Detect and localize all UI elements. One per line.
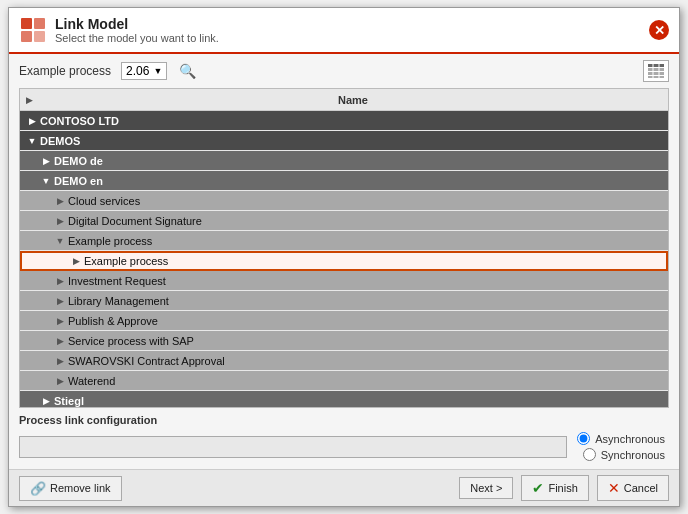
row-label-swarovski: SWAROVSKI Contract Approval [68, 355, 668, 367]
row-label-investment-request: Investment Request [68, 275, 668, 287]
table-view-icon[interactable] [643, 60, 669, 82]
tree-header: ▶ Name [20, 89, 668, 111]
expand-icon-cloud-services[interactable]: ▶ [52, 193, 68, 209]
version-value: 2.06 [126, 64, 149, 78]
svg-rect-3 [34, 31, 45, 42]
expand-icon-service-sap[interactable]: ▶ [52, 333, 68, 349]
cancel-x-icon: ✕ [608, 480, 620, 496]
process-label: Example process [19, 64, 111, 78]
row-label-example-process-item: Example process [84, 255, 666, 267]
tree-row-library-management[interactable]: ▶Library Management [20, 291, 668, 311]
tree-row-example-process-item[interactable]: ▶Example process [20, 251, 668, 271]
row-label-library-management: Library Management [68, 295, 668, 307]
toolbar-right [643, 60, 669, 82]
next-label: Next > [470, 482, 502, 494]
expand-icon-stiegl[interactable]: ▶ [38, 393, 54, 408]
title-left: Link Model Select the model you want to … [19, 16, 219, 44]
row-label-stiegl: Stiegl [54, 395, 668, 407]
svg-rect-6 [648, 64, 664, 67]
cancel-button[interactable]: ✕ Cancel [597, 475, 669, 501]
bottom-section: Process link configuration Asynchronous … [9, 408, 679, 469]
expand-icon-swarovski[interactable]: ▶ [52, 353, 68, 369]
link-model-icon [19, 16, 47, 44]
expand-icon-publish-approve[interactable]: ▶ [52, 313, 68, 329]
title-text-block: Link Model Select the model you want to … [55, 16, 219, 44]
tree-header-expand-icon[interactable]: ▶ [20, 89, 38, 111]
svg-rect-1 [34, 18, 45, 29]
tree-row-demo-de[interactable]: ▶DEMO de [20, 151, 668, 171]
sync-radio[interactable] [583, 448, 596, 461]
remove-link-label: Remove link [50, 482, 111, 494]
toolbar: Example process 2.06 ▼ 🔍 [9, 54, 679, 88]
expand-icon-investment-request[interactable]: ▶ [52, 273, 68, 289]
svg-rect-7 [648, 68, 664, 71]
expand-icon-demo-de[interactable]: ▶ [38, 153, 54, 169]
process-link-input[interactable] [19, 436, 567, 458]
expand-icon-contoso[interactable]: ▶ [24, 113, 40, 129]
svg-rect-8 [648, 72, 664, 75]
tree-content[interactable]: ▶CONTOSO LTD▼DEMOS▶DEMO de▼DEMO en▶Cloud… [20, 111, 668, 407]
svg-rect-2 [21, 31, 32, 42]
dialog-title: Link Model [55, 16, 219, 32]
expand-icon-library-management[interactable]: ▶ [52, 293, 68, 309]
footer: 🔗 Remove link Next > ✔ Finish ✕ Cancel [9, 469, 679, 506]
radio-group: Asynchronous Synchronous [577, 432, 665, 461]
row-label-cloud-services: Cloud services [68, 195, 668, 207]
expand-icon-example-process-item[interactable]: ▶ [68, 253, 84, 269]
cancel-label: Cancel [624, 482, 658, 494]
tree-row-investment-request[interactable]: ▶Investment Request [20, 271, 668, 291]
tree-row-waterend[interactable]: ▶Waterend [20, 371, 668, 391]
async-radio[interactable] [577, 432, 590, 445]
row-label-service-sap: Service process with SAP [68, 335, 668, 347]
close-button[interactable]: ✕ [649, 20, 669, 40]
version-dropdown[interactable]: 2.06 ▼ [121, 62, 167, 80]
tree-area: ▶ Name ▶CONTOSO LTD▼DEMOS▶DEMO de▼DEMO e… [19, 88, 669, 408]
tree-row-demos[interactable]: ▼DEMOS [20, 131, 668, 151]
tree-row-publish-approve[interactable]: ▶Publish & Approve [20, 311, 668, 331]
process-link-label: Process link configuration [19, 414, 669, 426]
expand-icon-digital-doc[interactable]: ▶ [52, 213, 68, 229]
row-label-digital-doc: Digital Document Signature [68, 215, 668, 227]
process-link-row: Asynchronous Synchronous [19, 432, 669, 461]
finish-check-icon: ✔ [532, 480, 544, 496]
tree-col-name: Name [38, 94, 668, 106]
async-label: Asynchronous [595, 433, 665, 445]
sync-radio-row: Synchronous [583, 448, 665, 461]
svg-rect-0 [21, 18, 32, 29]
expand-icon-demos[interactable]: ▼ [24, 133, 40, 149]
row-label-contoso: CONTOSO LTD [40, 115, 668, 127]
finish-button[interactable]: ✔ Finish [521, 475, 588, 501]
row-label-example-process-group: Example process [68, 235, 668, 247]
next-button[interactable]: Next > [459, 477, 513, 499]
tree-row-digital-doc[interactable]: ▶Digital Document Signature [20, 211, 668, 231]
sync-label: Synchronous [601, 449, 665, 461]
tree-row-demo-en[interactable]: ▼DEMO en [20, 171, 668, 191]
link-model-dialog: Link Model Select the model you want to … [8, 7, 680, 507]
tree-row-swarovski[interactable]: ▶SWAROVSKI Contract Approval [20, 351, 668, 371]
dialog-subtitle: Select the model you want to link. [55, 32, 219, 44]
row-label-demo-en: DEMO en [54, 175, 668, 187]
remove-link-icon: 🔗 [30, 481, 46, 496]
async-radio-row: Asynchronous [577, 432, 665, 445]
expand-icon-waterend[interactable]: ▶ [52, 373, 68, 389]
tree-row-stiegl[interactable]: ▶Stiegl [20, 391, 668, 407]
row-label-publish-approve: Publish & Approve [68, 315, 668, 327]
grid-icon [648, 64, 664, 78]
version-arrow-icon: ▼ [153, 66, 162, 76]
expand-icon-example-process-group[interactable]: ▼ [52, 233, 68, 249]
title-bar: Link Model Select the model you want to … [9, 8, 679, 54]
row-label-demos: DEMOS [40, 135, 668, 147]
tree-row-contoso[interactable]: ▶CONTOSO LTD [20, 111, 668, 131]
finish-label: Finish [548, 482, 577, 494]
expand-icon-demo-en[interactable]: ▼ [38, 173, 54, 189]
row-label-demo-de: DEMO de [54, 155, 668, 167]
svg-rect-9 [648, 76, 664, 78]
search-icon[interactable]: 🔍 [177, 61, 197, 81]
tree-row-service-sap[interactable]: ▶Service process with SAP [20, 331, 668, 351]
row-label-waterend: Waterend [68, 375, 668, 387]
remove-link-button[interactable]: 🔗 Remove link [19, 476, 122, 501]
tree-row-example-process-group[interactable]: ▼Example process [20, 231, 668, 251]
tree-row-cloud-services[interactable]: ▶Cloud services [20, 191, 668, 211]
